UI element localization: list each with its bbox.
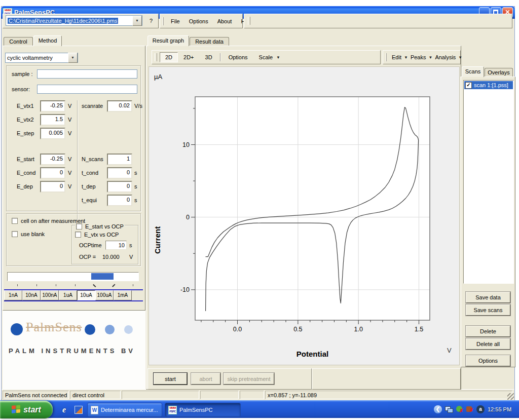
resize-grip[interactable] <box>507 393 514 400</box>
range-tick-row <box>7 284 139 288</box>
ocp-result-unit: V <box>129 254 133 260</box>
param-label: N_scans <box>82 156 103 162</box>
scale-button[interactable]: Scale <box>253 52 275 62</box>
use-blank-checkbox[interactable] <box>12 231 18 237</box>
task-button-document[interactable]: W Determinarea mercur... <box>87 403 162 417</box>
estart-vs-ocp-checkbox[interactable] <box>76 223 82 230</box>
tdep-field[interactable]: 0 <box>107 181 132 193</box>
save-scans-button[interactable]: Save scans <box>466 304 510 316</box>
delete-button[interactable]: Delete <box>466 326 510 337</box>
ocptime-label: OCPtime <box>79 242 102 248</box>
tab-result-data[interactable]: Result data <box>190 37 229 46</box>
view-2d-button[interactable]: 2D <box>160 52 178 62</box>
status-connection: PalmSens not connected <box>3 391 69 399</box>
estart-vs-ocp-row[interactable]: E_start vs OCP <box>75 223 125 230</box>
range-button-1uA[interactable]: 1uA <box>59 290 77 300</box>
evtx-vs-ocp-checkbox[interactable] <box>75 232 81 238</box>
antivirus-tray-icon[interactable]: a <box>476 405 485 413</box>
range-bottom-line <box>4 300 143 301</box>
range-button-1nA[interactable]: 1nA <box>4 290 22 300</box>
app-shortcut-icon <box>75 406 83 414</box>
scan-list[interactable]: ✓ scan 1:[1.pss] <box>463 80 514 284</box>
peaks-menu-button[interactable]: Peaks <box>408 52 429 62</box>
analysis-dropdown-icon[interactable]: ▼ <box>458 55 462 60</box>
scan-checkbox-checked-icon[interactable]: ✓ <box>465 82 472 89</box>
potential-progress-bar <box>7 272 139 281</box>
range-button-100uA[interactable]: 100uA <box>95 290 114 300</box>
scan-options-button[interactable]: Options <box>466 355 510 366</box>
network-tray-icon[interactable] <box>445 405 453 413</box>
cell-on-checkbox-row[interactable]: cell on after measurement <box>12 218 85 224</box>
options-button[interactable]: Options <box>223 52 253 62</box>
estep-field[interactable]: 0.005 <box>40 128 65 139</box>
sample-input[interactable] <box>37 69 137 79</box>
toolbar-gripper[interactable] <box>248 17 250 25</box>
estart-field[interactable]: -0.25 <box>40 154 65 165</box>
edit-menu-button[interactable]: Edit <box>389 52 404 62</box>
file-path-combobox[interactable]: C:\CristinaR\rezultate_Hg\11dec2006\1.pm… <box>6 15 142 26</box>
range-button-100nA[interactable]: 100nA <box>41 290 59 300</box>
logo-dot-icon <box>85 324 95 335</box>
edit-dropdown-icon[interactable]: ▼ <box>404 55 408 60</box>
svg-text:10: 10 <box>182 141 190 148</box>
options-groupbox: cell on after measurement use blank E_st… <box>6 213 141 266</box>
menu-about[interactable]: About <box>213 16 237 26</box>
task-button-palmsens[interactable]: MMMPSPC PalmSensPC <box>165 403 241 417</box>
edep-field[interactable]: 0 <box>40 181 65 193</box>
evtx-vs-ocp-row[interactable]: E_vtx vs OCP <box>75 232 119 238</box>
scale-dropdown-icon[interactable]: ▼ <box>276 55 280 60</box>
messenger-tray-icon[interactable]: ✗ <box>456 405 464 413</box>
menu-options[interactable]: Options <box>184 16 213 26</box>
scanrate-field[interactable]: 0.02 <box>107 100 132 112</box>
scan-list-item[interactable]: ✓ scan 1:[1.pss] <box>464 81 513 89</box>
start-button[interactable]: start <box>154 373 187 385</box>
svg-text:0.0: 0.0 <box>233 326 242 333</box>
nscans-field[interactable]: 1 <box>107 154 132 165</box>
use-blank-checkbox-row[interactable]: use blank <box>12 231 45 237</box>
quick-launch-icon[interactable] <box>74 405 83 414</box>
start-button-taskbar[interactable]: start <box>0 401 53 418</box>
tcond-field[interactable]: 0 <box>107 167 132 179</box>
evtx2-field[interactable]: 1.5 <box>40 114 65 126</box>
menu-file[interactable]: File <box>166 16 184 26</box>
technique-combobox[interactable]: cyclic voltammetry ▼ <box>5 53 78 63</box>
abort-button[interactable]: abort <box>191 373 220 385</box>
task-label: PalmSensPC <box>179 407 212 413</box>
menubar-gripper[interactable] <box>163 17 164 25</box>
combobox-dropdown-icon[interactable]: ▼ <box>132 16 142 26</box>
status-field-empty <box>200 391 239 399</box>
range-button-10nA[interactable]: 10nA <box>22 290 41 300</box>
tray-chevron-icon[interactable]: ❮ <box>434 405 442 413</box>
sensor-input[interactable] <box>37 85 137 94</box>
econd-field[interactable]: 0 <box>40 167 65 179</box>
chart-toolbar-gripper[interactable] <box>155 53 157 61</box>
skip-pretreatment-button[interactable]: skip pretreatment <box>224 373 274 385</box>
analysis-menu-button[interactable]: Analysis <box>432 52 458 62</box>
ocptime-field[interactable]: 10 <box>105 241 127 250</box>
taskbar-clock[interactable]: 12:55 PM <box>488 406 511 412</box>
tab-overlays[interactable]: Overlays <box>485 68 513 77</box>
view-3d-button[interactable]: 3D <box>200 52 218 62</box>
range-button-1mA[interactable]: 1mA <box>114 290 132 300</box>
tequi-field[interactable]: 0 <box>107 195 132 206</box>
tab-result-graph[interactable]: Result graph <box>147 35 189 46</box>
tab-scans[interactable]: Scans <box>462 66 484 77</box>
device-tray-icon[interactable]: ✗ <box>466 405 474 413</box>
evtx1-field[interactable]: -0.25 <box>40 100 65 112</box>
technique-dropdown-icon[interactable]: ▼ <box>68 53 78 63</box>
help-question-button[interactable]: ? <box>146 16 156 25</box>
result-graph-panel: 2D 2D+ 3D Options Scale ▼ Edit ▼ Peaks ▼… <box>146 46 461 390</box>
tab-method[interactable]: Method <box>33 35 62 46</box>
cell-on-checkbox[interactable] <box>12 218 18 224</box>
delete-all-button[interactable]: Delete all <box>466 338 510 350</box>
cv-curve-plot[interactable]: 0.00.51.01.5-10010 <box>149 67 459 365</box>
range-button-10uA[interactable]: 10uA <box>77 290 95 300</box>
chart-region: 0.00.51.01.5-10010 µA Current Potential … <box>149 66 460 365</box>
tab-control[interactable]: Control <box>4 37 33 46</box>
ocptime-unit: s <box>129 242 132 248</box>
view-2dplus-button[interactable]: 2D+ <box>178 52 200 62</box>
peaks-dropdown-icon[interactable]: ▼ <box>428 55 432 60</box>
chart-toolbar-gripper-2[interactable] <box>386 53 387 61</box>
save-data-button[interactable]: Save data <box>466 292 510 303</box>
internet-explorer-icon[interactable]: e <box>60 405 68 414</box>
